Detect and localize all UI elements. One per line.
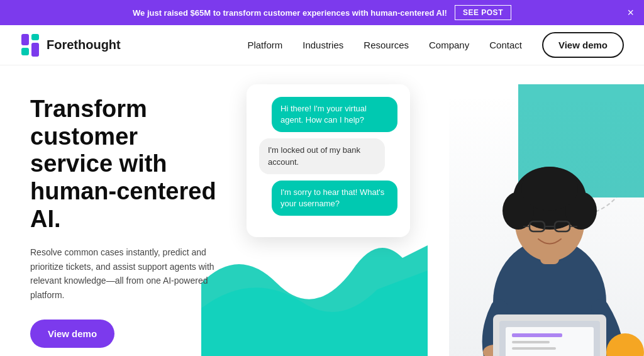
forethought-logo-icon [20, 33, 40, 58]
hero-image-area [418, 65, 644, 356]
hero-title: Transform customer service with human-ce… [30, 96, 219, 233]
svg-rect-21 [512, 333, 562, 337]
nav-item-platform[interactable]: Platform [247, 40, 282, 51]
nav-item-company[interactable]: Company [429, 40, 469, 51]
center-area: Hi there! I'm your virtual agent. How ca… [239, 65, 418, 356]
chat-message-bot-1: Hi there! I'm your virtual agent. How ca… [272, 97, 397, 132]
chat-message-bot-2: I'm sorry to hear that! What's your user… [272, 181, 397, 216]
see-post-button[interactable]: SEE POST [455, 5, 511, 20]
nav-links: Platform Industries Resources Company Co… [247, 40, 522, 51]
nav-item-resources[interactable]: Resources [364, 40, 409, 51]
banner-text: We just raised $65M to transform custome… [133, 8, 447, 18]
brand-name: Forethought [47, 38, 121, 52]
hero-subtitle: Resolve common cases instantly, predict … [30, 245, 219, 302]
chat-message-user-1: I'm locked out of my bank account. [259, 138, 385, 174]
svg-rect-22 [512, 341, 550, 343]
logo-link[interactable]: Forethought [20, 33, 121, 58]
person-svg [455, 107, 644, 356]
close-banner-button[interactable]: × [627, 7, 634, 18]
nav-item-industries[interactable]: Industries [303, 40, 343, 51]
navigation: Forethought Platform Industries Resource… [0, 25, 644, 65]
svg-rect-0 [21, 34, 29, 45]
chat-messages: Hi there! I'm your virtual agent. How ca… [259, 97, 397, 222]
svg-point-10 [521, 167, 578, 211]
hero-content: Transform customer service with human-ce… [0, 65, 239, 356]
svg-rect-1 [31, 34, 39, 40]
nav-item-contact[interactable]: Contact [489, 40, 522, 51]
svg-rect-2 [21, 48, 29, 55]
announcement-banner: We just raised $65M to transform custome… [0, 0, 644, 25]
person-illustration [449, 94, 644, 356]
svg-rect-3 [31, 43, 39, 57]
svg-rect-23 [512, 347, 556, 350]
view-demo-nav-button[interactable]: View demo [542, 32, 624, 58]
chat-card: Hi there! I'm your virtual agent. How ca… [247, 84, 410, 237]
hero-cta-button[interactable]: View demo [30, 320, 114, 348]
main-section: Transform customer service with human-ce… [0, 65, 644, 356]
